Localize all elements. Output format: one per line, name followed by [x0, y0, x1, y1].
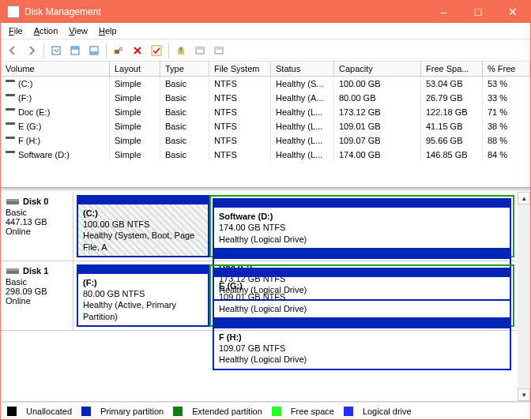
volume-status: Healthy (S...	[271, 77, 334, 91]
partition-title: E (G:)	[219, 281, 243, 291]
partition-logical[interactable]: E (G:)109.01 GB NTFSHealthy (Logical Dri…	[213, 268, 511, 319]
scroll-down-icon[interactable]: ▾	[518, 388, 530, 401]
volume-list: Volume Layout Type File System Status Ca…	[1, 62, 530, 187]
column-header-pctfree[interactable]: % Free	[483, 62, 530, 76]
column-header-freespace[interactable]: Free Spa...	[421, 62, 483, 76]
volume-type: Basic	[160, 133, 209, 148]
volume-free: 95.66 GB	[421, 133, 483, 148]
volume-capacity: 109.07 GB	[334, 133, 421, 148]
settings-icon[interactable]	[110, 42, 127, 59]
table-row[interactable]: E (G:)SimpleBasicNTFSHealthy (L...109.01…	[1, 119, 530, 133]
volume-name: F (H:)	[18, 136, 40, 145]
column-header-filesystem[interactable]: File System	[209, 62, 271, 76]
legend-swatch-extended	[173, 407, 183, 416]
volume-list-body: (C:)SimpleBasicNTFSHealthy (S...100.00 G…	[1, 77, 530, 187]
volume-name: (C:)	[18, 79, 32, 88]
table-row[interactable]: (C:)SimpleBasicNTFSHealthy (S...100.00 G…	[1, 77, 530, 91]
menu-view[interactable]: View	[64, 24, 92, 37]
view-bottom-icon[interactable]	[85, 42, 103, 59]
minimize-button[interactable]: ‒	[426, 1, 461, 23]
volume-capacity: 109.01 GB	[334, 119, 421, 133]
volume-name: E (G:)	[18, 122, 41, 131]
partition-title: Software (D:)	[219, 212, 273, 221]
disk-name: Disk 1	[23, 266, 48, 276]
volume-free: 146.85 GB	[421, 148, 483, 162]
disk-size: 298.09 GB	[6, 287, 68, 296]
column-header-type[interactable]: Type	[160, 62, 209, 76]
app-icon	[7, 6, 20, 18]
menu-help[interactable]: Help	[94, 24, 122, 37]
action06-icon[interactable]	[191, 42, 209, 59]
disk-label[interactable]: Disk 0Basic447.13 GBOnline	[1, 192, 73, 261]
action05-icon[interactable]	[172, 42, 190, 59]
partition-primary[interactable]: (C:)100.00 GB NTFSHealthy (System, Boot,…	[77, 195, 209, 257]
volume-capacity: 174.00 GB	[334, 148, 421, 162]
menu-action[interactable]: Action	[29, 24, 63, 37]
volume-fs: NTFS	[209, 105, 271, 119]
partition-body: Software (D:)174.00 GB NTFSHealthy (Logi…	[214, 208, 510, 248]
delete-icon[interactable]	[129, 42, 146, 59]
scroll-up-icon[interactable]: ▴	[518, 192, 530, 204]
column-header-status[interactable]: Status	[271, 62, 334, 76]
volume-layout: Simple	[110, 91, 160, 105]
volume-free: 122.18 GB	[421, 105, 483, 119]
close-button[interactable]: ✕	[495, 1, 530, 23]
action07-icon[interactable]	[210, 42, 228, 59]
forward-button[interactable]	[23, 42, 40, 59]
volume-free: 41.15 GB	[421, 119, 483, 133]
check-icon[interactable]	[148, 42, 165, 59]
volume-layout: Simple	[110, 77, 160, 91]
volume-pct: 84 %	[483, 148, 530, 162]
partition-size: 174.00 GB NTFS	[219, 223, 285, 232]
toolbar	[1, 39, 530, 62]
column-header-layout[interactable]: Layout	[110, 62, 160, 76]
partition-logical[interactable]: Software (D:)174.00 GB NTFSHealthy (Logi…	[213, 198, 511, 249]
table-row[interactable]: Software (D:)SimpleBasicNTFSHealthy (L..…	[1, 148, 530, 162]
vertical-scrollbar[interactable]: ▴ ▾	[518, 192, 530, 401]
partition-title: (C:)	[83, 208, 98, 218]
volume-name: (F:)	[18, 93, 32, 103]
extended-partition[interactable]: E (G:)109.01 GB NTFSHealthy (Logical Dri…	[209, 264, 514, 327]
legend-label-primary: Primary partition	[100, 407, 164, 416]
view-top-icon[interactable]	[66, 42, 84, 59]
disk-label[interactable]: Disk 1Basic298.09 GBOnline	[1, 261, 73, 330]
table-row[interactable]: F (H:)SimpleBasicNTFSHealthy (L...109.07…	[1, 133, 530, 148]
disk-type: Basic	[6, 277, 68, 287]
legend-label-unallocated: Unallocated	[26, 407, 72, 416]
window-title: Disk Management	[24, 6, 426, 17]
disk-size: 447.13 GB	[6, 217, 68, 227]
drive-icon	[6, 151, 15, 159]
column-header-volume[interactable]: Volume	[1, 62, 110, 76]
volume-fs: NTFS	[209, 119, 271, 133]
partition-primary[interactable]: (F:)80.00 GB NTFSHealthy (Active, Primar…	[77, 264, 209, 327]
column-header-capacity[interactable]: Capacity	[334, 62, 421, 76]
volume-type: Basic	[160, 119, 209, 133]
volume-pct: 71 %	[483, 105, 530, 119]
disk-row: Disk 1Basic298.09 GBOnline(F:)80.00 GB N…	[1, 261, 518, 331]
partition-status: Healthy (System, Boot, Page File, A	[83, 231, 194, 251]
partition-body: E (G:)109.01 GB NTFSHealthy (Logical Dri…	[214, 277, 510, 317]
volume-pct: 88 %	[483, 133, 530, 148]
partition-header	[214, 269, 510, 277]
partition-size: 109.01 GB NTFS	[219, 292, 285, 302]
partition-logical[interactable]: F (H:)109.07 GB NTFSHealthy (Logical Dri…	[213, 319, 511, 370]
menubar: File Action View Help	[1, 23, 530, 39]
back-button[interactable]	[4, 42, 21, 59]
volume-layout: Simple	[110, 105, 160, 119]
table-row[interactable]: Doc (E:)SimpleBasicNTFSHealthy (L...173.…	[1, 105, 530, 119]
partition-body: (C:)100.00 GB NTFSHealthy (System, Boot,…	[78, 204, 208, 256]
maximize-button[interactable]: □	[461, 1, 495, 23]
svg-rect-10	[196, 47, 204, 50]
titlebar[interactable]: Disk Management ‒ □ ✕	[1, 1, 530, 23]
volume-pct: 38 %	[483, 119, 530, 133]
extended-partition[interactable]: Software (D:)174.00 GB NTFSHealthy (Logi…	[209, 195, 514, 257]
menu-file[interactable]: File	[4, 24, 28, 37]
refresh-icon[interactable]	[47, 42, 65, 59]
partition-status: Healthy (Logical Drive)	[219, 354, 307, 364]
partition-title: (F:)	[83, 278, 97, 287]
volume-fs: NTFS	[209, 77, 271, 91]
volume-layout: Simple	[110, 119, 160, 133]
svg-rect-16	[6, 268, 19, 271]
table-row[interactable]: (F:)SimpleBasicNTFSHealthy (A...80.00 GB…	[1, 91, 530, 105]
volume-layout: Simple	[110, 133, 160, 148]
